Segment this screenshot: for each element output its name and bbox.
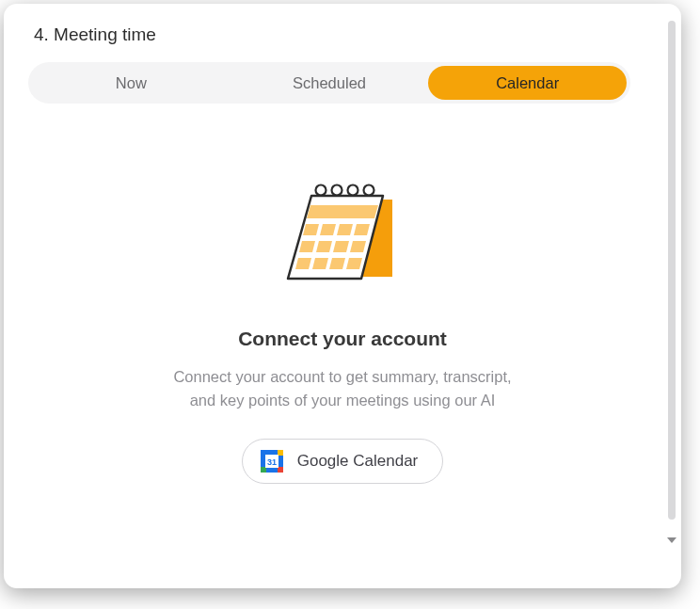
tab-now[interactable]: Now	[32, 66, 231, 100]
svg-point-3	[364, 185, 374, 196]
svg-text:31: 31	[267, 457, 277, 467]
google-calendar-button-label: Google Calendar	[297, 452, 419, 471]
connect-google-calendar-button[interactable]: 31 Google Calendar	[242, 439, 444, 484]
connect-title: Connect your account	[238, 328, 447, 350]
tab-calendar[interactable]: Calendar	[428, 66, 627, 100]
scrollbar-down-arrow-icon[interactable]	[667, 537, 676, 543]
svg-point-1	[332, 185, 342, 196]
svg-point-0	[316, 185, 326, 196]
tab-scheduled[interactable]: Scheduled	[231, 66, 429, 100]
google-calendar-icon: 31	[260, 449, 284, 473]
scrollbar-thumb[interactable]	[668, 21, 676, 520]
svg-point-2	[348, 185, 358, 196]
calendar-illustration-icon	[272, 173, 413, 299]
calendar-connect-panel: Connect your account Connect your accoun…	[28, 104, 657, 484]
meeting-time-tabs: Now Scheduled Calendar	[28, 62, 630, 104]
meeting-time-card: 4. Meeting time Now Scheduled Calendar	[4, 4, 681, 588]
section-title: 4. Meeting time	[34, 24, 657, 45]
connect-description: Connect your account to get summary, tra…	[173, 365, 512, 412]
